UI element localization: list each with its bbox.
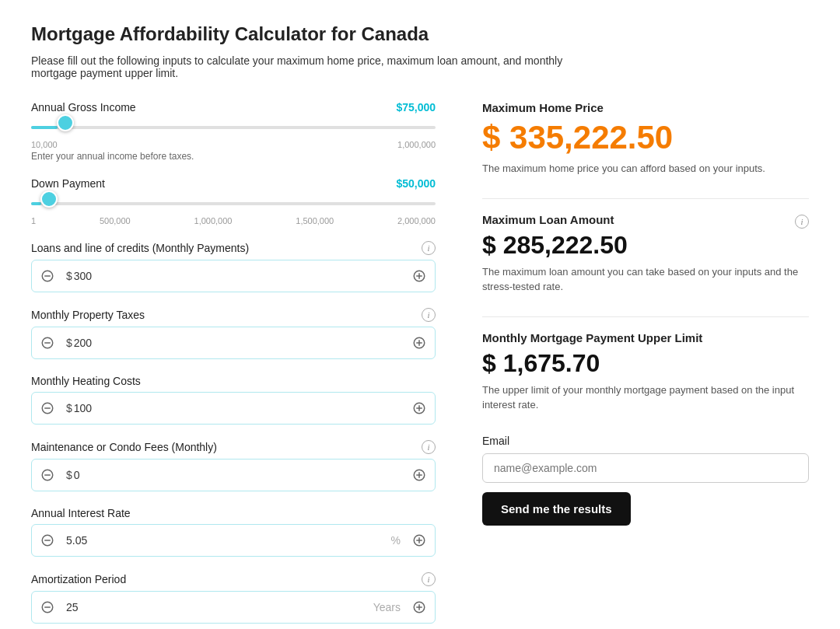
annual-gross-income-label: Annual Gross Income <box>31 101 136 114</box>
property-taxes-input-row: $ <box>31 327 436 359</box>
max-loan-desc: The maximum loan amount you can take bas… <box>482 264 809 295</box>
right-panel: Maximum Home Price $ 335,222.50 The maxi… <box>482 101 809 526</box>
email-section: Email Send me the results <box>482 435 809 526</box>
page-title: Mortgage Affordability Calculator for Ca… <box>31 23 809 45</box>
property-taxes-section: Monthly Property Taxes i $ <box>31 308 436 359</box>
interest-rate-suffix: % <box>391 534 401 547</box>
condo-fees-input[interactable] <box>74 469 401 481</box>
condo-fees-section: Maintenance or Condo Fees (Monthly) i $ <box>31 440 436 491</box>
condo-fees-info-icon[interactable]: i <box>422 440 436 454</box>
property-taxes-minus-btn[interactable] <box>32 327 63 358</box>
down-payment-label: Down Payment <box>31 177 105 190</box>
interest-rate-minus-btn[interactable] <box>32 525 63 556</box>
loans-credits-info-icon[interactable]: i <box>422 241 436 255</box>
loans-credits-input[interactable] <box>74 270 401 282</box>
condo-fees-input-row: $ <box>31 459 436 491</box>
amortization-period-info-icon[interactable]: i <box>422 572 436 586</box>
down-payment-slider-labels: 1 500,000 1,000,000 1,500,000 2,000,000 <box>31 216 436 225</box>
email-input[interactable] <box>482 453 809 483</box>
heating-costs-section: Monthly Heating Costs $ <box>31 375 436 425</box>
property-taxes-info-icon[interactable]: i <box>422 308 436 322</box>
loans-credits-section: Loans and line of credits (Monthly Payme… <box>31 241 436 292</box>
property-taxes-input[interactable] <box>74 337 401 349</box>
annual-gross-income-section: Annual Gross Income $75,000 10,000 1,000… <box>31 101 436 162</box>
amortization-period-section: Amortization Period i Years <box>31 572 436 624</box>
property-taxes-prefix: $ <box>66 337 72 349</box>
interest-rate-section: Annual Interest Rate % <box>31 507 436 557</box>
amortization-period-label: Amortization Period <box>31 573 126 585</box>
max-home-price-section: Maximum Home Price $ 335,222.50 The maxi… <box>482 101 809 176</box>
property-taxes-label: Monthly Property Taxes <box>31 309 145 321</box>
interest-rate-input-row: % <box>31 524 436 557</box>
monthly-mortgage-amount: $ 1,675.70 <box>482 349 809 378</box>
left-panel: Annual Gross Income $75,000 10,000 1,000… <box>31 101 436 629</box>
amortization-period-plus-btn[interactable] <box>404 592 435 623</box>
monthly-mortgage-title: Monthly Mortgage Payment Upper Limit <box>482 331 809 344</box>
annual-gross-income-slider[interactable] <box>31 124 436 128</box>
heating-costs-minus-btn[interactable] <box>32 393 63 424</box>
condo-fees-label: Maintenance or Condo Fees (Monthly) <box>31 441 217 453</box>
amortization-period-input[interactable] <box>66 601 372 613</box>
annual-income-hint: Enter your annual income before taxes. <box>31 151 436 162</box>
condo-fees-prefix: $ <box>66 469 72 481</box>
interest-rate-plus-btn[interactable] <box>404 525 435 556</box>
condo-fees-minus-btn[interactable] <box>32 460 63 491</box>
monthly-mortgage-section: Monthly Mortgage Payment Upper Limit $ 1… <box>482 331 809 413</box>
amortization-period-suffix: Years <box>373 601 401 613</box>
divider-2 <box>482 316 809 317</box>
loans-credits-minus-btn[interactable] <box>32 260 63 292</box>
max-home-price-title: Maximum Home Price <box>482 101 809 114</box>
heating-costs-label: Monthly Heating Costs <box>31 375 141 387</box>
heating-costs-prefix: $ <box>66 402 72 414</box>
max-loan-section: Maximum Loan Amount i $ 285,222.50 The m… <box>482 213 809 295</box>
interest-rate-input[interactable] <box>66 534 390 547</box>
income-slider-labels: 10,000 1,000,000 <box>31 140 436 149</box>
max-loan-title: Maximum Loan Amount <box>482 213 614 226</box>
amortization-period-input-row: Years <box>31 591 436 624</box>
max-loan-amount: $ 285,222.50 <box>482 231 809 260</box>
annual-gross-income-value: $75,000 <box>396 101 436 114</box>
loans-credits-input-row: $ <box>31 260 436 292</box>
page-subtitle: Please fill out the following inputs to … <box>31 54 576 79</box>
loans-credits-label: Loans and line of credits (Monthly Payme… <box>31 242 249 254</box>
max-loan-info-icon[interactable]: i <box>795 215 809 229</box>
loans-credits-prefix: $ <box>66 270 72 282</box>
condo-fees-plus-btn[interactable] <box>404 460 435 491</box>
heating-costs-input[interactable] <box>74 402 401 414</box>
heating-costs-plus-btn[interactable] <box>404 393 435 424</box>
down-payment-section: Down Payment $50,000 1 500,000 1,000,000… <box>31 177 436 225</box>
email-label: Email <box>482 435 809 447</box>
interest-rate-label: Annual Interest Rate <box>31 507 131 519</box>
monthly-mortgage-desc: The upper limit of your monthly mortgage… <box>482 383 809 413</box>
amortization-period-minus-btn[interactable] <box>32 592 63 623</box>
property-taxes-plus-btn[interactable] <box>404 327 435 358</box>
loans-credits-plus-btn[interactable] <box>404 260 435 292</box>
divider-1 <box>482 198 809 199</box>
down-payment-value: $50,000 <box>396 177 436 190</box>
down-payment-slider[interactable] <box>31 201 436 204</box>
send-results-button[interactable]: Send me the results <box>482 492 631 526</box>
max-home-price-desc: The maximum home price you can afford ba… <box>482 161 809 176</box>
max-home-price-amount: $ 335,222.50 <box>482 119 809 156</box>
heating-costs-input-row: $ <box>31 392 436 425</box>
